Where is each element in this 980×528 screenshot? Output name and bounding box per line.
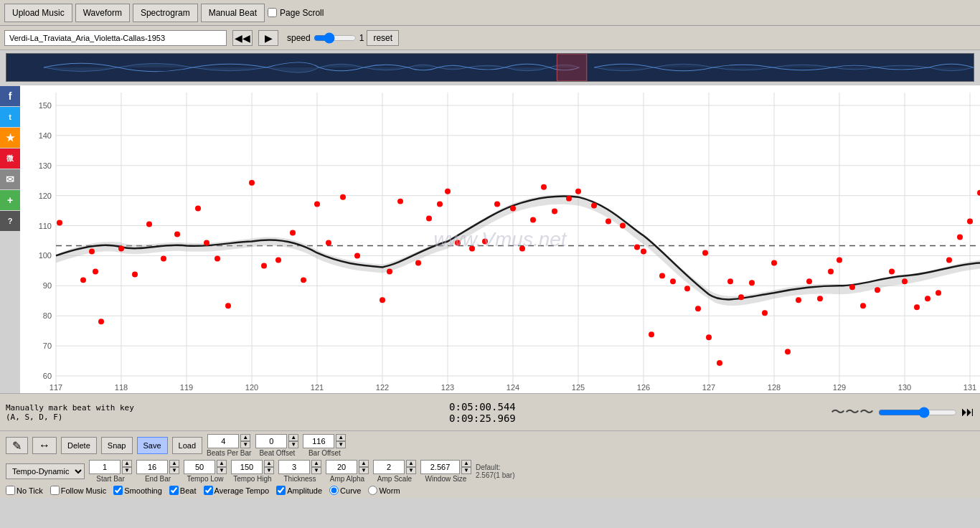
beats-per-bar-input[interactable] <box>207 434 239 448</box>
worm-radio[interactable] <box>368 486 377 495</box>
average-tempo-checkbox[interactable] <box>204 486 213 495</box>
thickness-label: Thickness <box>283 475 316 483</box>
speed-value: 1 <box>359 33 364 43</box>
no-tick-checkbox[interactable] <box>6 486 15 495</box>
tempo-mode-dropdown[interactable]: Tempo-Dynamic <box>6 463 85 479</box>
svg-point-87 <box>494 202 500 207</box>
svg-point-92 <box>552 209 557 214</box>
start-bar-down[interactable]: ▼ <box>122 467 132 474</box>
svg-text:120: 120 <box>245 383 258 392</box>
amp-alpha-input[interactable] <box>326 460 357 474</box>
svg-point-100 <box>649 331 654 337</box>
svg-point-80 <box>415 260 421 265</box>
svg-point-98 <box>634 244 640 250</box>
help-button[interactable]: ? <box>0 211 20 231</box>
thickness-input[interactable] <box>278 460 310 474</box>
svg-point-79 <box>397 199 403 204</box>
amp-alpha-up[interactable]: ▲ <box>359 460 369 467</box>
svg-text:126: 126 <box>637 383 650 392</box>
speed-slider[interactable] <box>314 32 357 44</box>
smoothing-checkbox[interactable] <box>113 486 123 495</box>
tempo-low-up[interactable]: ▲ <box>217 460 227 467</box>
waveform-button[interactable]: Waveform <box>75 4 130 22</box>
volume-slider[interactable] <box>878 407 957 418</box>
amp-scale-group: ▲ ▼ Amp Scale <box>373 460 416 483</box>
amplitude-checkbox[interactable] <box>276 486 286 495</box>
facebook-button[interactable]: f <box>0 86 20 106</box>
weibo-button[interactable]: 微 <box>0 148 20 169</box>
beat-offset-up[interactable]: ▲ <box>288 434 298 441</box>
star-button[interactable]: ★ <box>0 128 20 148</box>
delete-button[interactable]: Delete <box>61 437 97 454</box>
start-bar-up[interactable]: ▲ <box>122 460 132 467</box>
end-bar-group: ▲ ▼ End Bar <box>136 460 179 483</box>
beat-checkbox[interactable] <box>169 486 179 495</box>
spectrogram-button[interactable]: Spectrogram <box>133 4 198 22</box>
move-beat-button[interactable]: ↔ <box>32 437 57 454</box>
curve-label: Curve <box>340 486 361 495</box>
tempo-low-input[interactable] <box>184 460 215 474</box>
svg-text:118: 118 <box>115 383 128 392</box>
manual-beat-button[interactable]: Manual Beat <box>201 4 265 22</box>
thickness-group: ▲ ▼ Thickness <box>278 460 321 483</box>
load-button[interactable]: Load <box>172 437 202 454</box>
beat-offset-label: Beat Offset <box>259 449 295 457</box>
save-button[interactable]: Save <box>137 437 168 454</box>
reset-button[interactable]: reset <box>367 30 399 46</box>
svg-point-74 <box>326 240 331 245</box>
end-bar-up[interactable]: ▲ <box>169 460 179 467</box>
svg-text:121: 121 <box>311 383 324 392</box>
thickness-up[interactable]: ▲ <box>311 460 321 467</box>
upload-music-button[interactable]: Upload Music <box>4 4 72 22</box>
tempo-high-input[interactable] <box>231 460 263 474</box>
twitter-button[interactable]: t <box>0 107 20 127</box>
tempo-high-up[interactable]: ▲ <box>264 460 274 467</box>
svg-text:90: 90 <box>43 281 52 290</box>
plus-button[interactable]: + <box>0 190 20 210</box>
erase-beat-button[interactable]: ✎ <box>6 437 28 454</box>
beats-per-bar-down[interactable]: ▼ <box>240 441 250 448</box>
bar-offset-down[interactable]: ▼ <box>336 441 346 448</box>
start-bar-input[interactable] <box>89 460 121 474</box>
curve-radio[interactable] <box>329 486 339 495</box>
window-size-down[interactable]: ▼ <box>461 467 471 474</box>
mail-button[interactable]: ✉ <box>0 169 20 189</box>
window-size-up[interactable]: ▲ <box>461 460 471 467</box>
beats-per-bar-up[interactable]: ▲ <box>240 434 250 441</box>
window-size-label: Window Size <box>425 475 467 483</box>
end-bar-down[interactable]: ▼ <box>169 467 179 474</box>
svg-point-129 <box>967 219 973 225</box>
beat-offset-input[interactable] <box>255 434 287 448</box>
svg-point-119 <box>849 284 855 290</box>
svg-point-65 <box>204 240 209 245</box>
waveform-overview[interactable]: // We'll draw this inline with polylines… <box>6 53 974 82</box>
bar-offset-input[interactable] <box>303 434 334 448</box>
amp-alpha-down[interactable]: ▼ <box>359 467 369 474</box>
tempo-low-down[interactable]: ▼ <box>217 467 227 474</box>
status-instructions: Manually mark beat with key (A, S, D, F) <box>6 403 134 422</box>
amp-scale-down[interactable]: ▼ <box>406 467 416 474</box>
svg-point-70 <box>275 257 281 263</box>
amp-scale-up[interactable]: ▲ <box>406 460 416 467</box>
svg-point-124 <box>914 304 920 310</box>
svg-point-61 <box>146 222 152 227</box>
rewind-button[interactable]: ◀◀ <box>232 30 253 46</box>
svg-point-85 <box>469 245 475 251</box>
end-bar-input[interactable] <box>136 460 168 474</box>
page-scroll-checkbox[interactable] <box>268 8 277 17</box>
svg-point-116 <box>817 296 823 301</box>
snap-button[interactable]: Snap <box>101 437 133 454</box>
svg-point-77 <box>380 297 385 303</box>
chart-svg[interactable]: 150 140 130 120 110 100 90 80 70 60 117 … <box>20 85 980 393</box>
window-size-input[interactable] <box>420 460 460 474</box>
follow-music-checkbox[interactable] <box>50 486 60 495</box>
thickness-down[interactable]: ▼ <box>311 467 321 474</box>
tempo-high-down[interactable]: ▼ <box>264 467 274 474</box>
svg-point-97 <box>620 223 626 229</box>
play-button[interactable]: ▶ <box>258 30 278 46</box>
svg-point-72 <box>301 277 306 283</box>
beat-offset-down[interactable]: ▼ <box>288 441 298 448</box>
bar-offset-up[interactable]: ▲ <box>336 434 346 441</box>
amp-scale-input[interactable] <box>373 460 405 474</box>
filename-input[interactable] <box>4 30 227 46</box>
